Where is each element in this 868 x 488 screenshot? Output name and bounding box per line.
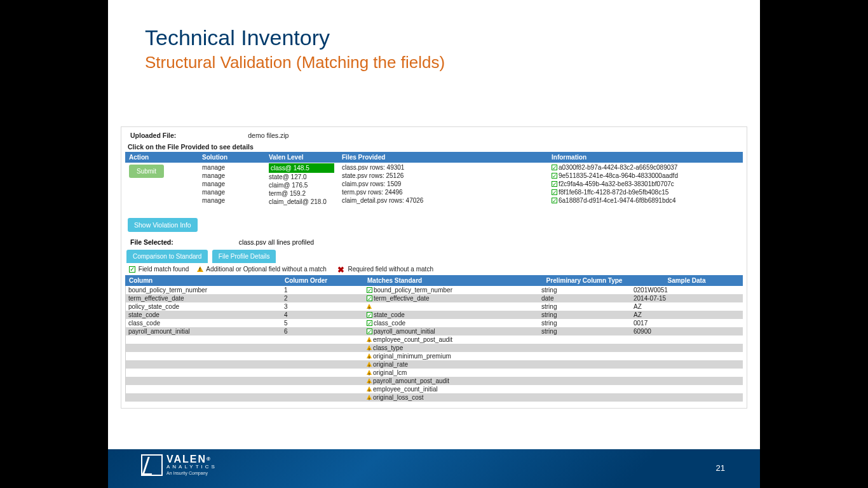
cell-type xyxy=(539,393,631,402)
uploaded-label: Uploaded File: xyxy=(130,132,176,139)
warning-icon xyxy=(367,378,372,383)
cell-column xyxy=(126,360,281,369)
ghdr-match: Matches Standard xyxy=(363,275,538,286)
grid-header-row: Column Column Order Matches Standard Pre… xyxy=(125,275,743,286)
file-selected-row: File Selected: class.psv all lines profi… xyxy=(125,237,743,250)
cell-match: original_minimum_premium xyxy=(364,352,539,360)
table-row-solution: manage xyxy=(202,163,261,172)
table-row-files[interactable]: state.psv rows: 25126 xyxy=(342,172,544,180)
table-row: original_minimum_premium xyxy=(125,352,743,360)
cell-type: string xyxy=(539,286,631,294)
cell-type xyxy=(539,377,631,385)
cell-column xyxy=(126,393,281,402)
logo-text: VALEN® ANALYTICS An Insurity Company xyxy=(166,455,217,476)
table-row-solution: manage xyxy=(202,196,261,205)
cell-match: class_type xyxy=(364,344,539,352)
warning-icon xyxy=(367,345,372,350)
table-row: payroll_amount_initial6payroll_amount_in… xyxy=(125,327,743,336)
hdr-info: Information xyxy=(548,152,743,163)
table-row: class_code5class_codestring0017 xyxy=(125,319,743,327)
cell-order xyxy=(281,377,364,385)
cell-column: payroll_amount_initial xyxy=(126,327,281,336)
table-row-info: f8f1fe68-1ffc-4128-872d-b9e5fb408c15 xyxy=(552,188,739,196)
cell-type xyxy=(539,344,631,352)
table-row-files[interactable]: term.psv rows: 24496 xyxy=(342,188,544,196)
cell-match: state_code xyxy=(364,311,539,319)
table-row-files[interactable]: claim_detail.psv rows: 47026 xyxy=(342,196,544,205)
warning-icon xyxy=(367,362,372,367)
cell-sample xyxy=(631,377,743,385)
page-title: Technical Inventory xyxy=(145,25,725,50)
hdr-level: Valen Level xyxy=(265,152,338,163)
cell-column: policy_state_code xyxy=(126,302,281,311)
cell-sample xyxy=(631,393,743,402)
table-row-level: state@ 127.0 xyxy=(269,173,334,181)
check-icon xyxy=(367,329,372,334)
table-row: term_effective_date2term_effective_dated… xyxy=(125,294,743,302)
tab-bar: Comparison to Standard File Profile Deta… xyxy=(125,250,743,263)
warning-icon xyxy=(367,395,372,400)
grid-body: bound_policy_term_number1bound_policy_te… xyxy=(125,286,743,402)
cell-type xyxy=(539,336,631,344)
logo-icon xyxy=(141,454,163,476)
cell-type: string xyxy=(539,302,631,311)
page-subtitle: Structural Validation (Matching the fiel… xyxy=(145,53,725,72)
cell-match: term_effective_date xyxy=(364,294,539,302)
table-row-files[interactable]: class.psv rows: 49301 xyxy=(342,163,544,172)
show-violation-button[interactable]: Show Violation Info xyxy=(128,218,198,232)
cell-type: string xyxy=(539,327,631,336)
selected-value: class.psv all lines profiled xyxy=(239,238,314,246)
cell-sample xyxy=(631,336,743,344)
cell-order: 2 xyxy=(281,294,364,302)
submit-button[interactable]: Submit xyxy=(129,165,164,178)
cell-match xyxy=(364,302,539,311)
cell-order xyxy=(281,344,364,352)
cell-column: bound_policy_term_number xyxy=(126,286,281,294)
tab-comparison[interactable]: Comparison to Standard xyxy=(126,250,208,263)
table-row: employee_count_post_audit xyxy=(125,336,743,344)
table-row-info: a0300f82-b97a-4424-83c2-a6659c089037 xyxy=(552,163,739,172)
table-row: bound_policy_term_number1bound_policy_te… xyxy=(125,286,743,294)
warning-icon xyxy=(367,386,372,391)
cell-sample xyxy=(631,344,743,352)
cell-match: employee_count_post_audit xyxy=(364,336,539,344)
cell-column xyxy=(126,369,281,377)
cell-order xyxy=(281,393,364,402)
table-row-files[interactable]: claim.psv rows: 1509 xyxy=(342,180,544,188)
cell-order: 1 xyxy=(281,286,364,294)
cell-match: original_lcm xyxy=(364,369,539,377)
hdr-solution: Solution xyxy=(198,152,265,163)
slide: Technical Inventory Structural Validatio… xyxy=(108,0,760,488)
table-row: original_rate xyxy=(125,360,743,369)
cell-type: string xyxy=(539,311,631,319)
cell-type: date xyxy=(539,294,631,302)
tab-profile-details[interactable]: File Profile Details xyxy=(212,250,276,263)
warning-icon xyxy=(197,266,203,272)
warning-icon xyxy=(367,337,372,342)
legend-optional: Additional or Optional field without a m… xyxy=(206,266,327,273)
selected-label: File Selected: xyxy=(130,238,173,246)
cell-sample xyxy=(631,385,743,393)
cell-column xyxy=(126,344,281,352)
cell-sample: AZ xyxy=(631,302,743,311)
ghdr-type: Preliminary Column Type xyxy=(538,275,630,286)
cell-match: payroll_amount_post_audit xyxy=(364,377,539,385)
info-cell: a0300f82-b97a-4424-83c2-a6659c0890379e51… xyxy=(548,163,743,207)
table-row: policy_state_code3stringAZ xyxy=(125,302,743,311)
files-header-row: Action Solution Valen Level Files Provid… xyxy=(125,152,743,163)
ghdr-order: Column Order xyxy=(281,275,363,286)
table-row-info: 9e511835-241e-48ca-964b-4833000aadfd xyxy=(552,172,739,180)
uploaded-file-row: Uploaded File: demo files.zip xyxy=(125,130,743,140)
check-icon xyxy=(367,312,372,318)
check-icon xyxy=(552,198,557,203)
check-icon xyxy=(129,266,135,273)
cell-order xyxy=(281,369,364,377)
cell-match: original_rate xyxy=(364,360,539,369)
check-icon xyxy=(552,173,557,179)
cell-order xyxy=(281,336,364,344)
logo-tag: An Insurity Company xyxy=(166,470,217,476)
table-row-info: 6a18887d-d91f-4ce1-9474-6f8b6891bdc4 xyxy=(552,196,739,205)
cell-match: bound_policy_term_number xyxy=(364,286,539,294)
table-row: original_lcm xyxy=(125,369,743,377)
cell-sample xyxy=(631,352,743,360)
